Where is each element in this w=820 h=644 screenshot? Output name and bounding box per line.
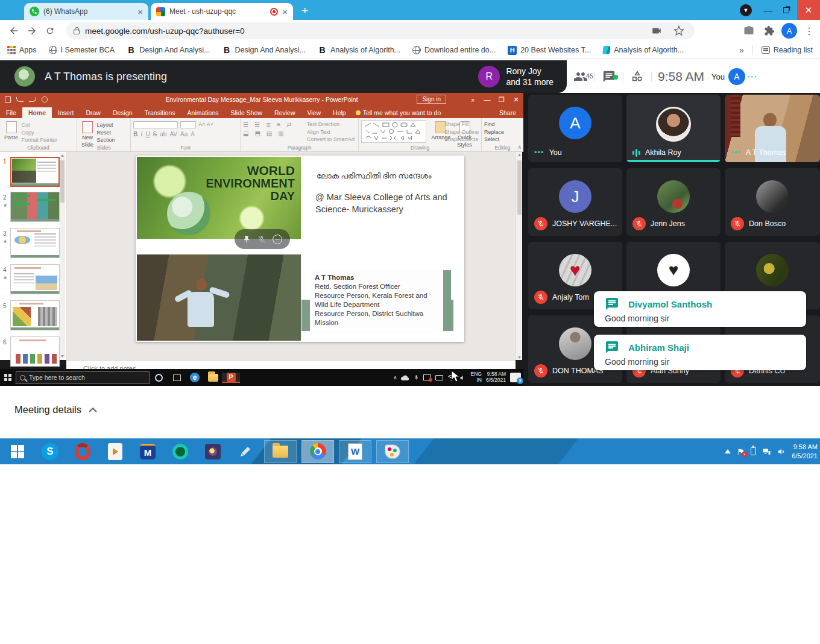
hidden-icons-chevron[interactable]: [725, 449, 731, 453]
opera-icon[interactable]: [69, 440, 96, 464]
shared-screen-taskbar: Type here to search e P ∧ ENGIN 9:58 AM6…: [0, 369, 523, 386]
person-head: [763, 113, 777, 127]
participant-name: JOSHY VARGHE...: [552, 219, 617, 228]
globe-icon: [49, 46, 57, 54]
avatar: [559, 327, 591, 360]
people-button[interactable]: 45: [567, 69, 594, 84]
padlock-icon[interactable]: [74, 30, 80, 34]
shared-start-button: [0, 374, 16, 381]
chrome-taskbar-button[interactable]: [301, 440, 334, 463]
tab-whatsapp-label: (6) WhatsApp: [43, 7, 133, 16]
participant-name: Anjaly Tom: [552, 293, 589, 301]
h-favicon: H: [508, 46, 517, 55]
you-indicator[interactable]: You A: [711, 68, 745, 85]
more-options-icon[interactable]: ⋯: [746, 70, 758, 83]
close-icon[interactable]: ×: [137, 7, 143, 16]
bookmark-20-best-websites[interactable]: H20 Best Websites T...: [508, 46, 591, 55]
shape-effects-button: Shape Effects: [444, 136, 479, 142]
bookmarks-overflow-icon[interactable]: »: [739, 45, 744, 55]
m-app-icon[interactable]: M: [134, 440, 162, 464]
tile-menu-icon[interactable]: •••: [534, 148, 544, 157]
bookmark-design-analysis-1[interactable]: BDesign And Analysi...: [127, 46, 210, 55]
avatar: A: [559, 107, 591, 139]
slide-headline: WORLD ENVIRONMENT DAY: [206, 164, 295, 203]
thumb-number: 2: [3, 194, 7, 201]
window-close-button[interactable]: ✕: [797, 0, 820, 20]
forward-icon[interactable]: [23, 22, 41, 40]
bookmark-design-analysis-2[interactable]: BDesign And Analysi...: [222, 46, 306, 55]
chat-button[interactable]: [595, 70, 623, 83]
shared-search-box: Type here to search: [16, 371, 150, 384]
slide-thumbnail-5: [10, 300, 60, 330]
bookmark-download-doc[interactable]: Download entire do...: [412, 46, 496, 54]
tile-jerin-jens[interactable]: Jerin Jens: [626, 168, 721, 236]
new-tab-button[interactable]: +: [301, 4, 308, 17]
word-taskbar-button[interactable]: W: [339, 440, 371, 463]
taskbar-clock[interactable]: 9:58 AM6/5/2021: [792, 443, 818, 460]
edge-icon: e: [186, 373, 204, 382]
meet-presentation-controls[interactable]: [235, 229, 290, 249]
format-painter-button: Format Painter: [22, 137, 58, 143]
tab-camera-icon[interactable]: [648, 22, 665, 39]
close-icon[interactable]: ×: [282, 7, 288, 16]
bookmark-star-icon[interactable]: [670, 22, 687, 39]
smartart-button: Convert to SmartArt: [307, 136, 355, 142]
bookmark-apps[interactable]: Apps: [7, 46, 37, 54]
browser-tab-strip: (6) WhatsApp × Meet - ush-uzup-qqc × + ▼…: [0, 0, 820, 20]
start-button[interactable]: [4, 440, 31, 464]
window-minimize-button[interactable]: —: [758, 0, 778, 20]
browser-menu-icon[interactable]: ⋮: [804, 25, 814, 37]
bookmark-label: I Semester BCA: [61, 46, 115, 54]
url-text[interactable]: meet.google.com/ush-uzup-qqc?authuser=0: [85, 27, 643, 36]
tile-don-bosco[interactable]: Don Bosco: [725, 168, 820, 236]
reading-list-button[interactable]: Reading list: [762, 46, 813, 54]
media-player-icon[interactable]: [101, 440, 129, 464]
window-restore-button[interactable]: [777, 0, 796, 20]
slide-1: WORLD ENVIRONMENT DAY ലോക പരിസ്ഥിതി ദിന …: [136, 156, 464, 342]
file-explorer-taskbar-button[interactable]: [264, 440, 297, 463]
tab-whatsapp[interactable]: (6) WhatsApp ×: [24, 3, 148, 20]
bookmark-analysis-algorithms-2[interactable]: Analysis of Algorith...: [603, 46, 684, 54]
meeting-app-icon[interactable]: [166, 440, 194, 464]
address-bar[interactable]: meet.google.com/ush-uzup-qqc?authuser=0: [66, 22, 695, 39]
browser-profile-avatar[interactable]: A: [781, 23, 797, 39]
tile-a-t-thomas-video[interactable]: •••A T Thomas: [725, 95, 820, 162]
bookmark-analysis-algorithms-1[interactable]: BAnalysis of Algorith...: [318, 46, 400, 55]
battery-icon[interactable]: [751, 447, 756, 455]
tile-joshy[interactable]: J JOSHY VARGHE...: [528, 168, 622, 236]
participants-pill[interactable]: R Rony Joyand 31 more: [478, 66, 567, 87]
audio-app-icon[interactable]: [199, 440, 227, 464]
meeting-details-button[interactable]: Meeting details: [14, 404, 97, 415]
tab-meet-active[interactable]: Meet - ush-uzup-qqc ×: [151, 3, 293, 20]
reload-icon[interactable]: [41, 22, 59, 40]
animation-star-icon: ★: [3, 203, 7, 208]
camera-extension-icon[interactable]: [740, 22, 757, 39]
tile-akhila-roy[interactable]: Akhila Roy: [626, 95, 721, 162]
action-center-flag-icon[interactable]: ×: [737, 447, 745, 456]
tile-menu-icon[interactable]: •••: [731, 148, 741, 157]
bookmark-semester-bca[interactable]: I Semester BCA: [49, 46, 115, 54]
save-icon: [5, 96, 11, 103]
chat-sender: Abhiram Shaji: [628, 343, 689, 353]
extensions-puzzle-icon[interactable]: [761, 22, 778, 39]
participant-name: Akhila Roy: [645, 148, 681, 157]
font-name-box: [133, 121, 178, 128]
back-icon[interactable]: [5, 22, 23, 40]
avatar: ♥: [559, 254, 591, 286]
heart-sketch-icon: ♥: [669, 260, 679, 280]
paint-taskbar-button[interactable]: [376, 440, 409, 463]
stylus-tool-icon[interactable]: [232, 440, 259, 464]
tile-you[interactable]: A •••You: [528, 95, 622, 162]
screen-record-indicator[interactable]: ▼: [737, 0, 755, 20]
thumb-number: 5: [3, 303, 7, 309]
ppt-close-icon: ✕: [509, 93, 523, 106]
ppt-slide-canvas: WORLD ENVIRONMENT DAY ലോക പരിസ്ഥിതി ദിന …: [66, 152, 516, 360]
mic-off-badge: [534, 364, 547, 377]
chat-toast: Divyamol Santhosh Good morning sir: [594, 291, 806, 327]
activities-button[interactable]: [623, 70, 651, 83]
network-icon[interactable]: [762, 448, 771, 455]
forest-photo: [137, 254, 301, 341]
skype-icon[interactable]: S: [36, 440, 64, 464]
speaking-indicator-icon: [632, 148, 640, 157]
volume-icon[interactable]: [777, 447, 786, 456]
